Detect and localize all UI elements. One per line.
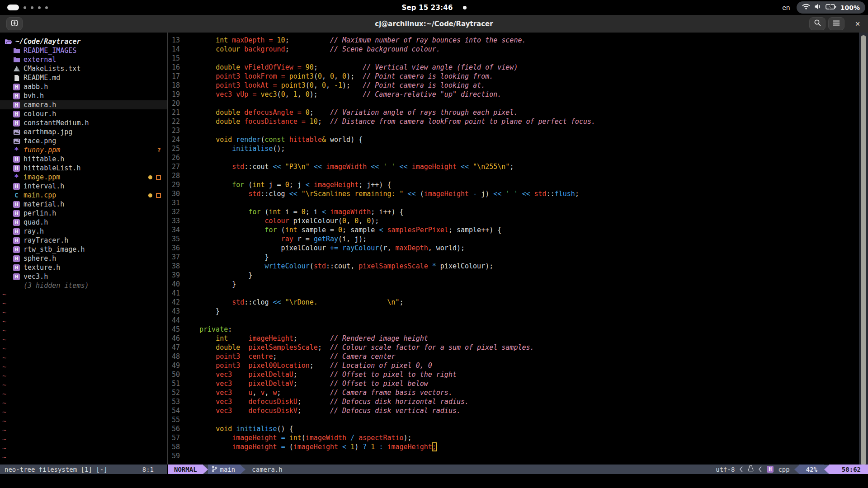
- code-line[interactable]: 47 double pixelSamplesScale; // Colour s…: [168, 343, 868, 352]
- terminal-content: ~/Code/RaytracerREADME_IMAGESexternalCMa…: [0, 33, 868, 465]
- code-line[interactable]: 42 std::clog << "\rDone. \n";: [168, 298, 868, 307]
- code-line[interactable]: 26: [168, 154, 868, 163]
- code-line[interactable]: 24 void render(const hittable& world) {: [168, 136, 868, 145]
- code-line[interactable]: 31: [168, 199, 868, 208]
- code-line[interactable]: 40 }: [168, 280, 868, 289]
- code-line[interactable]: 18 point3 lookAt = point3(0, 0, -1); // …: [168, 81, 868, 90]
- git-branch-segment[interactable]: main: [208, 465, 241, 474]
- tree-item-readme-md[interactable]: README.md: [0, 73, 167, 82]
- header-file-icon: H: [13, 84, 20, 90]
- code-line[interactable]: 13 int maxDepth = 10; // Maximum number …: [168, 36, 868, 45]
- tree-item-sphere-h[interactable]: Hsphere.h: [0, 254, 167, 263]
- scrollbar-thumb[interactable]: [861, 35, 866, 465]
- keyboard-layout[interactable]: en: [782, 4, 790, 11]
- code-text: vec3 defocusDiskU; // Defocus disk horiz…: [199, 398, 469, 407]
- code-line[interactable]: 35 ray r = getRay(i, j);: [168, 235, 868, 244]
- line-number: 54: [168, 407, 180, 416]
- code-line[interactable]: 50 vec3 pixelDeltaU; // Offset to pixel …: [168, 371, 868, 380]
- header-file-icon: H: [13, 120, 20, 127]
- tree-item-ray-h[interactable]: Hray.h: [0, 227, 167, 236]
- code-line[interactable]: 39 }: [168, 271, 868, 280]
- code-line[interactable]: 43 }: [168, 307, 868, 316]
- code-line[interactable]: 59: [168, 452, 868, 461]
- tree-item-vec3-h[interactable]: Hvec3.h: [0, 272, 167, 281]
- search-button[interactable]: [809, 17, 826, 30]
- code-line[interactable]: 57 imageHeight = int(imageWidth / aspect…: [168, 434, 868, 443]
- tree-item-camera-h[interactable]: Hcamera.h: [0, 100, 167, 109]
- code-line[interactable]: 45private:: [168, 325, 868, 334]
- code-line[interactable]: 22 double focusDistance = 10; // Distanc…: [168, 117, 868, 127]
- close-button[interactable]: ✕: [851, 20, 864, 28]
- code-line[interactable]: 36 pixelColour += rayColour(r, maxDepth,…: [168, 244, 868, 253]
- code-line[interactable]: 55: [168, 416, 868, 425]
- tree-item-material-h[interactable]: Hmaterial.h: [0, 200, 167, 209]
- code-line[interactable]: 48 point3 centre; // Camera center: [168, 352, 868, 361]
- clock[interactable]: Sep 15 23:46: [401, 4, 453, 12]
- tree-item-earthmap-jpg[interactable]: earthmap.jpg: [0, 127, 167, 136]
- code-line[interactable]: 17 point3 lookFrom = point3(0, 0, 0); //…: [168, 72, 868, 81]
- tree-item--code-raytracer[interactable]: ~/Code/Raytracer: [0, 37, 167, 46]
- code-line[interactable]: 16 double vFieldOfView = 90; // Vertical…: [168, 63, 868, 72]
- code-line[interactable]: 32 for (int i = 0; i < imageWidth; i++) …: [168, 208, 868, 217]
- tree-item-image-ppm[interactable]: *image.ppm: [0, 173, 167, 182]
- line-number: 41: [168, 289, 180, 298]
- code-line[interactable]: 19 vec3 vUp = vec3(0, 1, 0); // Camera-r…: [168, 90, 868, 99]
- code-line[interactable]: 27 std::cout << "P3\n" << imageWidth << …: [168, 163, 868, 172]
- code-line[interactable]: 23: [168, 127, 868, 136]
- tree-item-label: earthmap.jpg: [24, 128, 72, 136]
- code-line[interactable]: 37 }: [168, 253, 868, 262]
- code-line[interactable]: 58 imageHeight = (imageHeight < 1) ? 1 :…: [168, 443, 868, 452]
- code-line[interactable]: 28: [168, 172, 868, 181]
- tree-item-cmakelists-txt[interactable]: CMakeLists.txt: [0, 64, 167, 73]
- tree-item-external[interactable]: external: [0, 55, 167, 64]
- menu-button[interactable]: [828, 17, 844, 30]
- tree-item-main-cpp[interactable]: Cmain.cpp: [0, 191, 167, 200]
- code-line[interactable]: 25 initialise();: [168, 145, 868, 154]
- tree-item-aabb-h[interactable]: Haabb.h: [0, 82, 167, 91]
- tree-item-raytracer-h[interactable]: HrayTracer.h: [0, 236, 167, 245]
- tree-item-hittablelist-h[interactable]: HhittableList.h: [0, 164, 167, 173]
- code-line[interactable]: 44: [168, 316, 868, 325]
- tree-item-interval-h[interactable]: Hinterval.h: [0, 182, 167, 191]
- code-line[interactable]: 49 point3 pixel00Location; // Location o…: [168, 361, 868, 371]
- search-icon: [814, 19, 821, 28]
- code-text: std::clog << "\rScanlines remaining: " <…: [199, 190, 579, 199]
- code-line[interactable]: 29 for (int j = 0; j < imageHeight; j++)…: [168, 181, 868, 190]
- code-line[interactable]: 51 vec3 pixelDeltaV; // Offset to pixel …: [168, 380, 868, 389]
- tree-item-label: ~/Code/Raytracer: [15, 38, 81, 46]
- new-tab-button[interactable]: [6, 17, 23, 30]
- tree-item-perlin-h[interactable]: Hperlin.h: [0, 209, 167, 218]
- code-line[interactable]: 46 int imageHeight; // Rendered image he…: [168, 334, 868, 343]
- tree-item-hittable-h[interactable]: Hhittable.h: [0, 155, 167, 164]
- code-editor[interactable]: 13 int maxDepth = 10; // Maximum number …: [168, 33, 868, 465]
- tree-item-face-png[interactable]: face.png: [0, 136, 167, 145]
- code-line[interactable]: 30 std::clog << "\rScanlines remaining: …: [168, 190, 868, 199]
- tree-item-constantmedium-h[interactable]: HconstantMedium.h: [0, 118, 167, 127]
- system-tray[interactable]: 100%: [797, 1, 865, 14]
- code-line[interactable]: 33 colour pixelColour(0, 0, 0);: [168, 217, 868, 226]
- tree-item-funny-ppm[interactable]: *funny.ppm?: [0, 145, 167, 155]
- code-line[interactable]: 56 void initialise() {: [168, 425, 868, 434]
- code-line[interactable]: 21 double defocusAngle = 0; // Variation…: [168, 108, 868, 117]
- code-line[interactable]: 52 vec3 u, v, w; // Camera frame basis v…: [168, 389, 868, 398]
- code-line[interactable]: 15: [168, 54, 868, 63]
- tree-item-label: camera.h: [24, 101, 56, 109]
- folder-icon: [13, 56, 20, 64]
- code-line[interactable]: 14 colour background; // Scene backgroun…: [168, 45, 868, 54]
- tree-item-colour-h[interactable]: Hcolour.h: [0, 109, 167, 118]
- tree-item-quad-h[interactable]: Hquad.h: [0, 218, 167, 227]
- code-text: colour background; // Scene background c…: [199, 45, 440, 54]
- tree-item-rtw-stb-image-h[interactable]: Hrtw_stb_image.h: [0, 245, 167, 254]
- code-line[interactable]: 20: [168, 99, 868, 108]
- tree-item-bvh-h[interactable]: Hbvh.h: [0, 91, 167, 100]
- code-line[interactable]: 34 for (int sample = 0; sample < samples…: [168, 226, 868, 235]
- tree-item-readme-images[interactable]: README_IMAGES: [0, 46, 167, 55]
- tree-item-texture-h[interactable]: Htexture.h: [0, 263, 167, 272]
- code-line[interactable]: 54 vec3 defocusDiskV; // Defocus disk ve…: [168, 407, 868, 416]
- scrollbar-track[interactable]: [859, 33, 868, 474]
- code-line[interactable]: 53 vec3 defocusDiskU; // Defocus disk ho…: [168, 398, 868, 407]
- code-line[interactable]: 41: [168, 289, 868, 298]
- header-file-icon: H: [13, 183, 20, 190]
- code-text: vec3 pixelDeltaV; // Offset to pixel bel…: [199, 380, 428, 389]
- code-line[interactable]: 38 writeColour(std::cout, pixelSamplesSc…: [168, 262, 868, 271]
